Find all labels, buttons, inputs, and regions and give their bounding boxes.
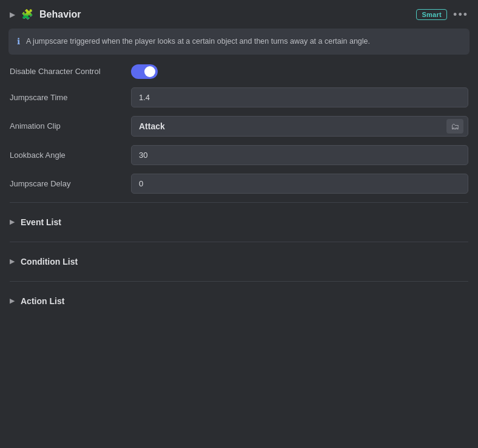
event-list-title: Event List: [21, 217, 61, 227]
disable-character-control-row: Disable Character Control: [10, 64, 468, 79]
jumpscare-time-row: Jumpscare Time: [10, 87, 468, 107]
animation-clip-control: 🗂: [131, 116, 468, 137]
toggle-track: [131, 64, 158, 79]
folder-button[interactable]: 🗂: [446, 119, 463, 134]
lookback-angle-row: Lookback Angle: [10, 145, 468, 165]
toggle-thumb: [144, 66, 155, 77]
info-text: A jumpscare triggered when the player lo…: [26, 36, 370, 47]
jumpscare-time-input[interactable]: [131, 87, 468, 107]
lookback-angle-input[interactable]: [131, 145, 468, 165]
form-section: Disable Character Control Jumpscare Time…: [0, 64, 478, 194]
jumpscare-time-label: Jumpscare Time: [10, 93, 131, 102]
lookback-angle-control: [131, 145, 468, 165]
action-list-chevron: ▶: [10, 297, 15, 305]
condition-list-chevron: ▶: [10, 257, 15, 265]
jumpscare-delay-row: Jumpscare Delay: [10, 174, 468, 194]
condition-list-section[interactable]: ▶ Condition List: [0, 248, 478, 275]
animation-clip-input[interactable]: [131, 116, 468, 137]
divider-1: [10, 202, 468, 203]
divider-3: [10, 281, 468, 282]
panel-header: ▶ 🧩 Behavior Smart •••: [0, 0, 478, 29]
more-options-button[interactable]: •••: [453, 9, 468, 20]
action-list-section[interactable]: ▶ Action List: [0, 288, 478, 314]
lookback-angle-label: Lookback Angle: [10, 151, 131, 160]
jumpscare-delay-label: Jumpscare Delay: [10, 179, 131, 188]
disable-character-control-label: Disable Character Control: [10, 67, 131, 76]
behavior-panel: ▶ 🧩 Behavior Smart ••• ℹ A jumpscare tri…: [0, 0, 478, 448]
condition-list-title: Condition List: [21, 257, 78, 266]
divider-2: [10, 242, 468, 242]
event-list-section[interactable]: ▶ Event List: [0, 209, 478, 236]
disable-character-control-control: [131, 64, 468, 79]
animation-clip-label: Animation Clip: [10, 121, 131, 131]
jumpscare-delay-input[interactable]: [131, 174, 468, 194]
collapse-chevron[interactable]: ▶: [10, 10, 15, 19]
disable-character-control-toggle[interactable]: [131, 64, 158, 79]
behavior-icon: 🧩: [21, 8, 33, 20]
jumpscare-time-control: [131, 87, 468, 107]
jumpscare-delay-control: [131, 174, 468, 194]
animation-clip-row: Animation Clip 🗂: [10, 116, 468, 137]
smart-badge[interactable]: Smart: [416, 9, 447, 20]
action-list-title: Action List: [21, 296, 64, 306]
panel-title: Behavior: [39, 9, 410, 20]
folder-icon: 🗂: [451, 121, 459, 131]
event-list-chevron: ▶: [10, 218, 15, 226]
info-icon: ℹ: [17, 36, 20, 46]
info-box: ℹ A jumpscare triggered when the player …: [8, 29, 470, 55]
